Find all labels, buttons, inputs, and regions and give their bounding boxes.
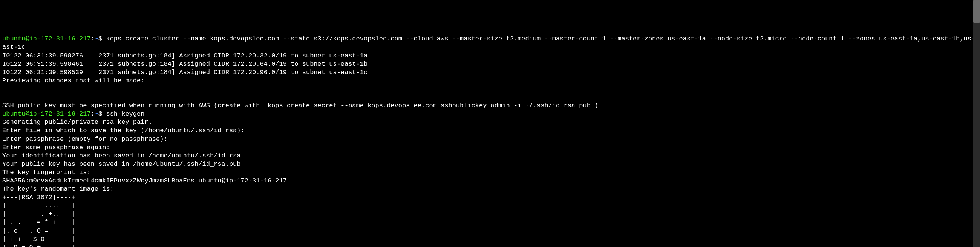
log-line: I0122 06:31:39.598539 2371 subnets.go:18… <box>2 68 978 77</box>
prompt-user: ubuntu@ip-172-31-16-217 <box>2 35 91 42</box>
randomart-line: |. o . O = | <box>2 227 978 235</box>
keygen-line: SHA256:m0eVaAcdukItmeeL4cmkIEPnvxzZWcyJm… <box>2 177 978 185</box>
prompt-dollar: $ <box>99 110 106 117</box>
scrollbar-thumb[interactable] <box>973 0 980 22</box>
keygen-line: Your public key has been saved in /home/… <box>2 160 978 168</box>
prompt-line-2[interactable]: ubuntu@ip-172-31-16-217:~$ ssh-keygen <box>2 110 978 118</box>
prompt-dollar: $ <box>99 35 106 42</box>
log-line: Previewing changes that will be made: <box>2 77 978 85</box>
randomart-line: +---[RSA 3072]----+ <box>2 193 978 202</box>
prompt-path: ~ <box>95 35 99 42</box>
command-wrap: ast-1c <box>2 43 978 51</box>
keygen-line: Enter file in which to save the key (/ho… <box>2 127 978 135</box>
keygen-line: The key's randomart image is: <box>2 185 978 193</box>
randomart-line: | .... | <box>2 202 978 210</box>
prompt-path: ~ <box>95 110 99 117</box>
randomart-line: | . . = * + | <box>2 218 978 226</box>
log-line: I0122 06:31:39.598461 2371 subnets.go:18… <box>2 60 978 68</box>
command-text: kops create cluster --name kops.devopsle… <box>106 35 979 42</box>
scrollbar-track[interactable] <box>973 0 980 247</box>
blank-line <box>2 93 978 102</box>
randomart-line: | . +.. | <box>2 210 978 218</box>
keygen-line: The key fingerprint is: <box>2 168 978 177</box>
prompt-sep: : <box>91 35 95 42</box>
keygen-line: Generating public/private rsa key pair. <box>2 118 978 127</box>
log-line: I0122 06:31:39.598276 2371 subnets.go:18… <box>2 52 978 60</box>
blank-line <box>2 85 978 93</box>
keygen-line: Your identification has been saved in /h… <box>2 152 978 160</box>
prompt-user: ubuntu@ip-172-31-16-217 <box>2 110 91 117</box>
randomart-line: | B = O # . | <box>2 244 978 247</box>
command-text: ssh-keygen <box>106 110 144 117</box>
keygen-line: Enter same passphrase again: <box>2 144 978 152</box>
randomart-line: | + + S O | <box>2 235 978 244</box>
ssh-message: SSH public key must be specified when ru… <box>2 102 978 110</box>
prompt-sep: : <box>91 110 95 117</box>
keygen-line: Enter passphrase (empty for no passphras… <box>2 135 978 144</box>
terminal-output: ubuntu@ip-172-31-16-217:~$ kops create c… <box>2 35 978 247</box>
prompt-line-1[interactable]: ubuntu@ip-172-31-16-217:~$ kops create c… <box>2 35 978 43</box>
